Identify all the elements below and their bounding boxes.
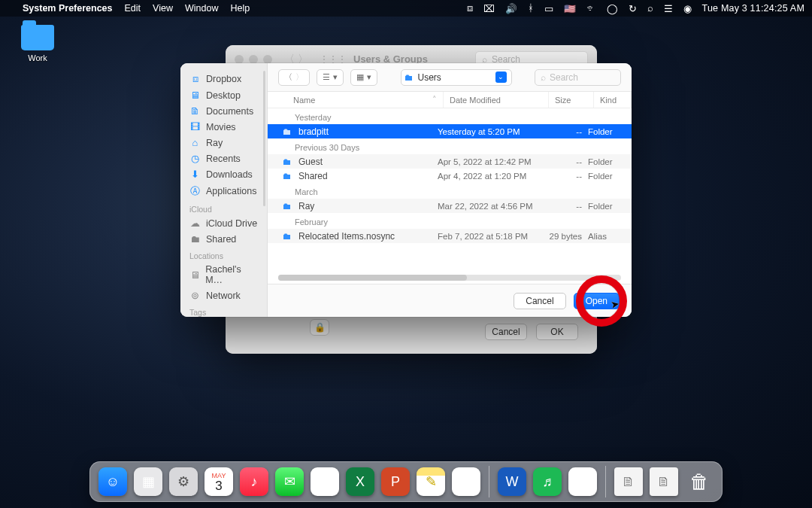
lock-icon: 🔒 bbox=[314, 322, 326, 333]
dialog-search[interactable]: ⌕ Search bbox=[535, 69, 621, 86]
folder-icon: 🖿 bbox=[404, 72, 414, 83]
documents-icon: 🗎 bbox=[189, 105, 201, 117]
sidebar-group-locations: Locations bbox=[180, 247, 267, 262]
app-menu[interactable]: System Preferences bbox=[23, 3, 113, 14]
downloads-icon: ⬇ bbox=[189, 169, 201, 180]
sidebar-item-applications[interactable]: ⒶApplications bbox=[180, 182, 267, 200]
dialog-footer: Cancel Open bbox=[268, 284, 632, 317]
row-relocated[interactable]: 🖿Relocated Items.nosync Feb 7, 2022 at 5… bbox=[268, 229, 632, 243]
dock-recent-doc-1[interactable]: 🗎 bbox=[614, 467, 643, 496]
dock-trash[interactable]: 🗑 bbox=[685, 467, 714, 496]
sidebar-item-shared[interactable]: 🖿Shared bbox=[180, 231, 267, 247]
dock-messages[interactable]: ✉ bbox=[275, 467, 304, 496]
home-icon: ⌂ bbox=[189, 137, 201, 148]
wifi-icon[interactable]: ᯤ bbox=[586, 3, 596, 14]
view-list-button[interactable]: ☰▾ bbox=[317, 69, 344, 86]
row-guest[interactable]: 🖿Guest Apr 5, 2022 at 12:42 PM -- Folder bbox=[268, 154, 632, 169]
timemachine-icon[interactable]: ↻ bbox=[629, 3, 637, 14]
user-icon[interactable]: ◯ bbox=[607, 3, 618, 14]
folder-icon: 🖿 bbox=[283, 157, 293, 167]
row-ray[interactable]: 🖿Ray Mar 22, 2022 at 4:56 PM -- Folder bbox=[268, 199, 632, 213]
keyboard-status-icon[interactable]: ⌧ bbox=[483, 3, 495, 14]
sidebar-item-network[interactable]: ⊚Network bbox=[180, 287, 267, 303]
menu-bar: System Preferences Edit View Window Help… bbox=[0, 0, 812, 17]
sidebar-item-documents[interactable]: 🗎Documents bbox=[180, 103, 267, 119]
dock-apple-music[interactable]: ♪ bbox=[240, 467, 268, 496]
dock-calendar[interactable]: MAY3 bbox=[205, 467, 233, 496]
dock-word[interactable]: W bbox=[498, 467, 526, 496]
column-headers[interactable]: Name˄ Date Modified Size Kind bbox=[268, 92, 632, 108]
dock-separator bbox=[605, 466, 606, 497]
menu-view[interactable]: View bbox=[153, 3, 173, 14]
col-kind[interactable]: Kind bbox=[594, 92, 632, 108]
nav-back-forward[interactable]: 〈〉 bbox=[278, 69, 310, 86]
col-name: Name˄ bbox=[268, 92, 444, 108]
dialog-search-placeholder: Search bbox=[550, 72, 578, 83]
dock-recent-doc-2[interactable]: 🗎 bbox=[650, 467, 678, 496]
sidebar-group-tags: Tags bbox=[180, 303, 267, 317]
sidebar: ⧈Dropbox 🖥Desktop 🗎Documents 🎞Movies ⌂Ra… bbox=[180, 63, 268, 317]
cloud-icon: ☁ bbox=[189, 217, 201, 229]
sidebar-item-ray[interactable]: ⌂Ray bbox=[180, 135, 267, 151]
alias-icon: 🖿 bbox=[283, 231, 293, 242]
flag-icon[interactable]: 🇺🇸 bbox=[564, 3, 576, 14]
spotlight-icon[interactable]: ⌕ bbox=[647, 3, 653, 14]
folder-icon: 🖿 bbox=[283, 126, 293, 137]
chevron-down-icon: ▾ bbox=[333, 72, 338, 82]
sidebar-item-desktop[interactable]: 🖥Desktop bbox=[180, 87, 267, 103]
lock-button[interactable]: 🔒 bbox=[310, 319, 329, 336]
dock-spotify[interactable]: ♬ bbox=[533, 467, 562, 496]
battery-icon[interactable]: ▭ bbox=[544, 3, 553, 14]
cancel-button[interactable]: Cancel bbox=[514, 293, 565, 309]
dock-notes[interactable]: ✎ bbox=[417, 467, 445, 496]
section-february: February bbox=[268, 213, 632, 229]
menu-edit[interactable]: Edit bbox=[125, 3, 141, 14]
dock-launchpad[interactable]: ▦ bbox=[134, 467, 162, 496]
horizontal-scrollbar[interactable] bbox=[278, 275, 621, 281]
sidebar-item-rachels-mac[interactable]: 🖥Rachel's M… bbox=[180, 262, 267, 287]
sidebar-group-icloud: iCloud bbox=[180, 200, 267, 215]
control-center-icon[interactable]: ☰ bbox=[664, 3, 673, 14]
sidebar-item-iclouddrive[interactable]: ☁iCloud Drive bbox=[180, 215, 267, 231]
dock-preview[interactable]: 🖼 bbox=[568, 467, 597, 496]
siri-icon[interactable]: ◉ bbox=[683, 3, 692, 14]
dialog-toolbar: 〈〉 ☰▾ ▦▾ 🖿 Users ⌄ ⌕ Search bbox=[268, 63, 632, 92]
row-bradpitt[interactable]: 🖿bradpitt Yesterday at 5:20 PM -- Folder bbox=[268, 124, 632, 138]
dock-chrome[interactable]: ◉ bbox=[311, 467, 339, 496]
dock: ☺ ▦ ⚙ MAY3 ♪ ✉ ◉ X P ✎ ✱ W ♬ 🖼 🗎 🗎 🗑 bbox=[89, 461, 723, 502]
volume-icon[interactable]: 🔊 bbox=[505, 3, 517, 14]
dock-slack[interactable]: ✱ bbox=[452, 467, 480, 496]
menu-help[interactable]: Help bbox=[230, 3, 250, 14]
sidebar-item-recents[interactable]: ◷Recents bbox=[180, 151, 267, 166]
sidebar-item-downloads[interactable]: ⬇Downloads bbox=[180, 166, 267, 182]
menu-window[interactable]: Window bbox=[185, 3, 218, 14]
sidebar-item-movies[interactable]: 🎞Movies bbox=[180, 119, 267, 135]
col-date[interactable]: Date Modified bbox=[444, 92, 549, 108]
applications-icon: Ⓐ bbox=[189, 184, 201, 198]
dropdown-icon: ⌄ bbox=[495, 71, 507, 83]
path-selector[interactable]: 🖿 Users ⌄ bbox=[401, 69, 512, 86]
folder-icon: 🖿 bbox=[283, 171, 293, 181]
clock[interactable]: Tue May 3 11:24:25 AM bbox=[702, 3, 804, 14]
desktop-folder-work[interactable]: Work bbox=[15, 25, 60, 62]
dock-excel[interactable]: X bbox=[346, 467, 374, 496]
view-group-button[interactable]: ▦▾ bbox=[350, 69, 377, 86]
dropbox-status-icon[interactable]: ⧈ bbox=[467, 3, 473, 14]
dock-system-preferences[interactable]: ⚙ bbox=[169, 467, 198, 496]
desktop-icon: 🖥 bbox=[189, 90, 201, 101]
prefs-cancel-button[interactable]: Cancel bbox=[485, 324, 527, 340]
col-size[interactable]: Size bbox=[549, 92, 594, 108]
prefs-ok-button[interactable]: OK bbox=[536, 324, 578, 340]
open-file-dialog: ⧈Dropbox 🖥Desktop 🗎Documents 🎞Movies ⌂Ra… bbox=[180, 63, 632, 317]
network-icon: ⊚ bbox=[189, 290, 201, 301]
dock-powerpoint[interactable]: P bbox=[381, 467, 410, 496]
bluetooth-icon[interactable]: ᚼ bbox=[528, 3, 534, 14]
sort-indicator-icon: ˄ bbox=[432, 95, 437, 105]
dock-finder[interactable]: ☺ bbox=[98, 467, 127, 496]
row-shared[interactable]: 🖿Shared Apr 4, 2022 at 1:20 PM -- Folder bbox=[268, 169, 632, 183]
window-traffic-lights[interactable] bbox=[235, 55, 272, 64]
section-march: March bbox=[268, 183, 632, 199]
dialog-main: 〈〉 ☰▾ ▦▾ 🖿 Users ⌄ ⌕ Search Name˄ Date M… bbox=[268, 63, 632, 317]
path-label: Users bbox=[418, 72, 441, 83]
sidebar-item-dropbox[interactable]: ⧈Dropbox bbox=[180, 71, 267, 87]
